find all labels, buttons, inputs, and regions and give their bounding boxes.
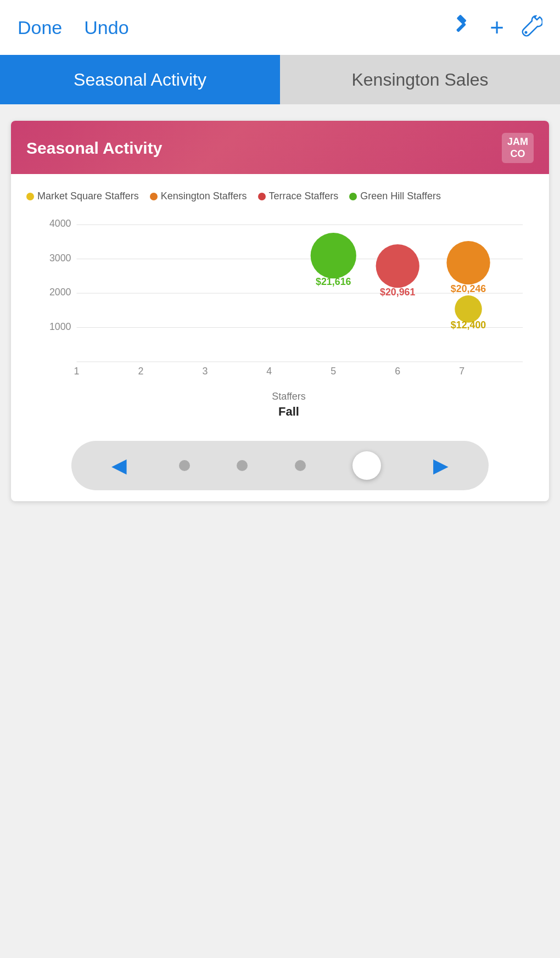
page-dot-1[interactable] bbox=[179, 460, 190, 471]
svg-text:6: 6 bbox=[395, 366, 400, 377]
svg-text:3: 3 bbox=[202, 366, 208, 377]
svg-text:4000: 4000 bbox=[49, 218, 71, 229]
legend-item-0: Market Square Staffers bbox=[26, 191, 139, 202]
content-area: Seasonal Activity JAM CO Market Square S… bbox=[0, 104, 560, 958]
svg-text:$12,400: $12,400 bbox=[451, 320, 486, 330]
svg-text:2: 2 bbox=[138, 366, 143, 377]
chart-title: Seasonal Activity bbox=[26, 139, 162, 158]
bubble-market-square bbox=[311, 233, 356, 278]
jam-logo: JAM CO bbox=[502, 133, 534, 163]
prev-page-button[interactable]: ◀ bbox=[106, 454, 132, 477]
svg-text:3000: 3000 bbox=[49, 253, 71, 264]
hammer-icon[interactable] bbox=[451, 14, 474, 42]
svg-text:$20,246: $20,246 bbox=[451, 283, 486, 294]
svg-point-2 bbox=[525, 31, 528, 33]
svg-text:5: 5 bbox=[331, 366, 336, 377]
top-nav: Done Undo + bbox=[0, 0, 560, 55]
nav-right: + bbox=[451, 14, 542, 42]
svg-text:$21,616: $21,616 bbox=[316, 276, 351, 287]
legend-dot-3 bbox=[349, 193, 357, 200]
legend-item-3: Green Hill Staffers bbox=[349, 191, 441, 202]
plus-icon[interactable]: + bbox=[490, 14, 504, 41]
chart-svg-container: 4000 3000 2000 1000 1 2 3 4 5 6 7 bbox=[44, 213, 534, 389]
page-dot-3[interactable] bbox=[295, 460, 306, 471]
x-axis-title: Staffers bbox=[44, 389, 534, 402]
pagination-bar: ◀ ▶ bbox=[71, 441, 489, 490]
bubble-green-hill bbox=[455, 295, 482, 323]
undo-button[interactable]: Undo bbox=[84, 17, 128, 38]
bubble-terrace bbox=[446, 241, 490, 284]
next-page-button[interactable]: ▶ bbox=[428, 454, 454, 477]
svg-text:4: 4 bbox=[266, 366, 272, 377]
legend-dot-0 bbox=[26, 193, 34, 200]
svg-rect-0 bbox=[457, 14, 467, 24]
tab-kensington-sales[interactable]: Kensington Sales bbox=[280, 55, 560, 104]
svg-text:2000: 2000 bbox=[49, 287, 71, 298]
page-dot-4[interactable] bbox=[352, 451, 381, 480]
svg-text:1000: 1000 bbox=[49, 321, 71, 332]
chart-card: Seasonal Activity JAM CO Market Square S… bbox=[11, 121, 549, 501]
legend-dot-1 bbox=[150, 193, 158, 200]
done-button[interactable]: Done bbox=[18, 17, 62, 38]
tab-seasonal-activity[interactable]: Seasonal Activity bbox=[0, 55, 280, 104]
season-label: Fall bbox=[44, 402, 534, 427]
page-dot-2[interactable] bbox=[237, 460, 248, 471]
chart-area: Items Sold 4000 3000 2000 1000 1 2 bbox=[11, 208, 549, 432]
svg-rect-1 bbox=[456, 22, 466, 32]
card-header: Seasonal Activity JAM CO bbox=[11, 121, 549, 175]
svg-text:$20,961: $20,961 bbox=[380, 287, 416, 298]
svg-text:1: 1 bbox=[74, 366, 80, 377]
legend-item-2: Terrace Staffers bbox=[258, 191, 339, 202]
bubble-kensington bbox=[376, 244, 419, 288]
legend-item-1: Kensington Staffers bbox=[150, 191, 247, 202]
svg-text:7: 7 bbox=[459, 366, 464, 377]
tab-bar: Seasonal Activity Kensington Sales bbox=[0, 55, 560, 104]
legend-dot-2 bbox=[258, 193, 266, 200]
wrench-icon[interactable] bbox=[519, 14, 542, 42]
nav-left: Done Undo bbox=[18, 17, 129, 38]
